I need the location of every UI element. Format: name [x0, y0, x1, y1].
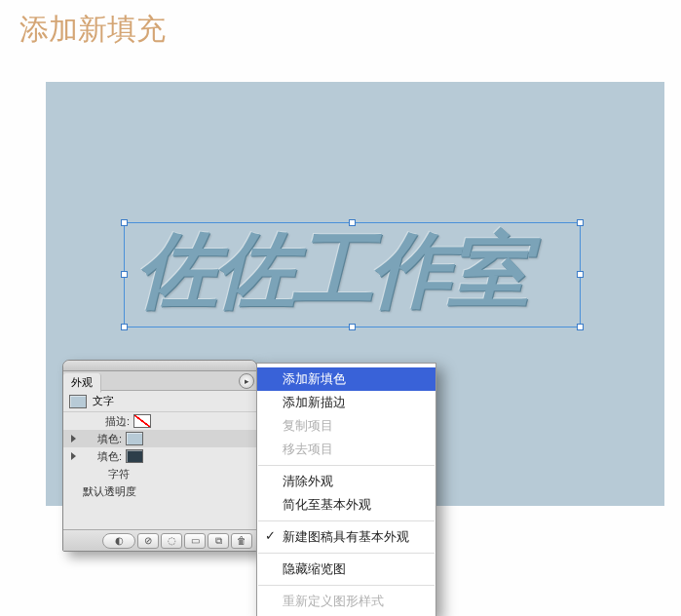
- type-row[interactable]: 文字: [63, 391, 256, 412]
- fill-swatch-1[interactable]: [126, 432, 143, 445]
- no-fill-button[interactable]: ⊘: [137, 533, 159, 549]
- effects-button[interactable]: ◌: [161, 533, 182, 549]
- appearance-panel: 外观 文字 描边: 填色: 填色: 字符 默认透明度 ◐ ⊘: [62, 360, 257, 552]
- fill-label-2: 填色:: [79, 449, 126, 464]
- panel-body: 文字 描边: 填色: 填色: 字符 默认透明度: [63, 391, 256, 529]
- handle-bottom-right[interactable]: [577, 324, 584, 330]
- opacity-label: 默认透明度: [63, 484, 140, 499]
- fill-label-1: 填色:: [79, 432, 126, 446]
- page-title: 添加新填充: [19, 10, 166, 50]
- characters-row[interactable]: 字符: [63, 465, 256, 482]
- panel-titlebar[interactable]: [63, 361, 256, 371]
- panel-tabs: 外观: [63, 371, 256, 391]
- menu-add-fill[interactable]: 添加新填色: [257, 367, 435, 391]
- handle-bottom-left[interactable]: [121, 324, 128, 330]
- duplicate-button[interactable]: ⧉: [208, 533, 229, 549]
- check-icon: ✓: [265, 528, 276, 543]
- handle-bottom-middle[interactable]: [349, 324, 356, 330]
- menu-new-art-basic-label: 新建图稿具有基本外观: [283, 529, 409, 544]
- fill-row-1[interactable]: 填色:: [63, 430, 256, 447]
- menu-reduce[interactable]: 简化至基本外观: [257, 493, 435, 517]
- handle-top-left[interactable]: [121, 219, 128, 226]
- menu-separator: [258, 585, 435, 586]
- type-label: 文字: [93, 394, 114, 408]
- stroke-swatch[interactable]: [133, 414, 151, 428]
- handle-top-right[interactable]: [577, 219, 584, 226]
- menu-separator: [258, 553, 435, 554]
- disclosure-triangle-icon[interactable]: [71, 452, 76, 460]
- trash-button[interactable]: 🗑: [231, 533, 252, 549]
- menu-hide-thumb[interactable]: 隐藏缩览图: [257, 558, 435, 581]
- characters-label: 字符: [63, 467, 133, 481]
- fill-swatch-2[interactable]: [126, 449, 143, 463]
- flyout-menu: 添加新填色 添加新描边 复制项目 移去项目 清除外观 简化至基本外观 ✓ 新建图…: [256, 363, 436, 616]
- menu-separator: [258, 465, 435, 466]
- menu-separator: [258, 520, 435, 521]
- menu-clear[interactable]: 清除外观: [257, 470, 435, 493]
- panel-footer: ◐ ⊘ ◌ ▭ ⧉ 🗑: [63, 529, 256, 551]
- tab-appearance[interactable]: 外观: [63, 373, 101, 393]
- handle-middle-left[interactable]: [121, 271, 128, 278]
- stroke-row[interactable]: 描边:: [63, 412, 256, 430]
- opacity-row[interactable]: 默认透明度: [63, 482, 256, 500]
- menu-duplicate: 复制项目: [257, 414, 435, 438]
- handle-middle-right[interactable]: [577, 271, 584, 278]
- menu-redefine: 重新定义图形样式: [257, 590, 435, 613]
- handle-top-middle[interactable]: [349, 219, 356, 226]
- menu-add-stroke[interactable]: 添加新描边: [257, 391, 435, 414]
- menu-remove: 移去项目: [257, 438, 435, 461]
- stroke-label: 描边:: [63, 414, 133, 429]
- clear-button[interactable]: ▭: [184, 533, 206, 549]
- type-swatch: [69, 395, 87, 408]
- disclosure-triangle-icon[interactable]: [71, 435, 76, 443]
- toggle-button[interactable]: ◐: [102, 533, 135, 549]
- panel-flyout-button[interactable]: [239, 373, 254, 389]
- fill-row-2[interactable]: 填色:: [63, 447, 256, 465]
- panel-empty-area: [63, 500, 256, 529]
- selection-bounding-box[interactable]: [124, 222, 581, 327]
- menu-new-art-basic[interactable]: ✓ 新建图稿具有基本外观: [257, 525, 435, 549]
